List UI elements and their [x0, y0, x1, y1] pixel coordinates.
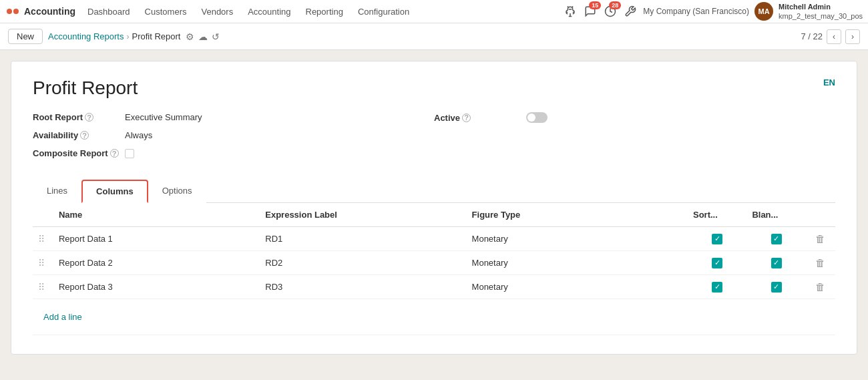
active-field: Active ?	[434, 112, 835, 123]
menu-configuration[interactable]: Configuration	[351, 4, 416, 19]
breadcrumb-separator: ›	[126, 32, 129, 41]
col-sort-header: Sort...	[688, 203, 746, 227]
row-sort-2[interactable]: ✓	[688, 275, 746, 299]
user-avatar[interactable]: MA	[754, 2, 773, 21]
user-name: Mitchell Admin	[779, 2, 863, 11]
availability-label: Availability ?	[33, 130, 120, 140]
availability-field: Availability ? Always	[33, 130, 434, 140]
composite-report-help-icon[interactable]: ?	[110, 149, 119, 158]
activity-badge: 28	[609, 1, 621, 9]
app-logo-icon	[5, 4, 20, 19]
menu-dashboard[interactable]: Dashboard	[81, 4, 137, 19]
col-expr-header: Expression Label	[260, 203, 466, 227]
language-button[interactable]: EN	[823, 77, 835, 87]
row-figure-type-2[interactable]: Monetary	[467, 275, 688, 299]
row-delete-1[interactable]: 🗑	[806, 251, 835, 275]
row-blank-2[interactable]: ✓	[746, 275, 805, 299]
top-navigation: Accounting Dashboard Customers Vendors A…	[0, 0, 868, 23]
row-figure-type-0[interactable]: Monetary	[467, 227, 688, 251]
chat-icon-btn[interactable]: 15	[583, 4, 598, 19]
root-report-help-icon[interactable]: ?	[85, 113, 93, 122]
drag-handle[interactable]: ⠿	[33, 275, 53, 299]
menu-reporting[interactable]: Reporting	[299, 4, 350, 19]
menu-accounting[interactable]: Accounting	[241, 4, 297, 19]
composite-report-field: Composite Report ?	[33, 148, 434, 158]
table-header-row: Name Expression Label Figure Type Sort..…	[33, 203, 835, 227]
root-report-label: Root Report ?	[33, 112, 120, 122]
row-name-0[interactable]: Report Data 1	[53, 227, 260, 251]
tab-options[interactable]: Options	[148, 180, 206, 203]
settings-icon-btn[interactable]	[623, 4, 638, 19]
composite-report-label: Composite Report ?	[33, 148, 120, 158]
row-sort-0[interactable]: ✓	[688, 227, 746, 251]
row-name-1[interactable]: Report Data 2	[53, 251, 260, 275]
row-figure-type-1[interactable]: Monetary	[467, 251, 688, 275]
pagination-next[interactable]: ›	[845, 29, 860, 44]
delete-row-icon-2[interactable]: 🗑	[815, 281, 825, 293]
tab-lines[interactable]: Lines	[33, 180, 81, 203]
svg-point-0	[7, 9, 12, 14]
cloud-upload-icon[interactable]: ☁	[198, 31, 208, 42]
company-label[interactable]: My Company (San Francisco)	[643, 7, 749, 16]
row-expression-2[interactable]: RD3	[260, 275, 466, 299]
composite-report-checkbox[interactable]	[125, 149, 134, 158]
drag-handle[interactable]: ⠿	[33, 227, 53, 251]
pagination-prev[interactable]: ‹	[827, 29, 841, 44]
chat-badge: 15	[589, 1, 601, 9]
main-content: EN Profit Report Root Report ? Executive…	[0, 50, 868, 365]
activity-icon-btn[interactable]: 28	[603, 4, 618, 19]
add-line-button[interactable]: Add a line	[38, 305, 87, 329]
breadcrumb-bar: New Accounting Reports › Profit Report ⚙…	[0, 23, 868, 50]
main-menu: Dashboard Customers Vendors Accounting R…	[81, 4, 563, 19]
form-card: EN Profit Report Root Report ? Executive…	[11, 61, 857, 355]
blank-check-icon-1[interactable]: ✓	[771, 258, 782, 268]
row-blank-0[interactable]: ✓	[746, 227, 805, 251]
blank-check-icon-0[interactable]: ✓	[771, 234, 782, 244]
form-left-column: Root Report ? Executive Summary Availabi…	[33, 112, 434, 166]
form-fields: Root Report ? Executive Summary Availabi…	[33, 112, 835, 166]
row-sort-1[interactable]: ✓	[688, 251, 746, 275]
sort-check-icon-1[interactable]: ✓	[712, 258, 722, 268]
blank-check-icon-2[interactable]: ✓	[771, 282, 782, 293]
pagination: 7 / 22 ‹ ›	[801, 29, 860, 44]
user-email: kmp_2_test_may_30_pos	[779, 11, 863, 21]
row-expression-1[interactable]: RD2	[260, 251, 466, 275]
delete-row-icon-1[interactable]: 🗑	[815, 257, 825, 268]
settings-gear-icon[interactable]: ⚙	[186, 31, 194, 42]
sort-check-icon-0[interactable]: ✓	[712, 234, 722, 244]
menu-customers[interactable]: Customers	[138, 4, 194, 19]
add-line-row: Add a line	[33, 299, 835, 335]
col-name-header: Name	[53, 203, 260, 227]
delete-row-icon-0[interactable]: 🗑	[815, 233, 825, 244]
nav-right: 15 28 My Company (San Francisco) MA Mitc…	[563, 2, 863, 21]
col-drag-header	[33, 203, 53, 227]
row-expression-0[interactable]: RD1	[260, 227, 466, 251]
breadcrumb: Accounting Reports › Profit Report ⚙ ☁ ↺	[48, 31, 795, 42]
active-label: Active ?	[434, 113, 521, 123]
active-toggle[interactable]	[526, 112, 548, 123]
table-row: ⠿ Report Data 2 RD2 Monetary ✓ ✓ 🗑	[33, 251, 835, 275]
new-button[interactable]: New	[8, 29, 43, 44]
availability-help-icon[interactable]: ?	[80, 131, 89, 140]
wrench-icon	[624, 5, 636, 17]
pagination-text: 7 / 22	[801, 31, 823, 41]
row-blank-1[interactable]: ✓	[746, 251, 805, 275]
menu-vendors[interactable]: Vendors	[194, 4, 240, 19]
form-title: Profit Report	[33, 77, 835, 99]
breadcrumb-actions: ⚙ ☁ ↺	[186, 31, 220, 42]
drag-handle[interactable]: ⠿	[33, 251, 53, 275]
tab-columns[interactable]: Columns	[81, 180, 148, 203]
active-help-icon[interactable]: ?	[462, 114, 471, 122]
bug-icon-btn[interactable]	[563, 4, 578, 19]
refresh-icon[interactable]: ↺	[212, 31, 220, 42]
table-row: ⠿ Report Data 1 RD1 Monetary ✓ ✓ 🗑	[33, 227, 835, 251]
row-delete-0[interactable]: 🗑	[806, 227, 835, 251]
row-name-2[interactable]: Report Data 3	[53, 275, 260, 299]
col-blank-header: Blan...	[746, 203, 805, 227]
breadcrumb-parent[interactable]: Accounting Reports	[48, 31, 124, 41]
sort-check-icon-2[interactable]: ✓	[712, 282, 722, 293]
app-logo[interactable]: Accounting	[5, 4, 75, 19]
root-report-value[interactable]: Executive Summary	[125, 112, 202, 122]
root-report-field: Root Report ? Executive Summary	[33, 112, 434, 122]
row-delete-2[interactable]: 🗑	[806, 275, 835, 299]
